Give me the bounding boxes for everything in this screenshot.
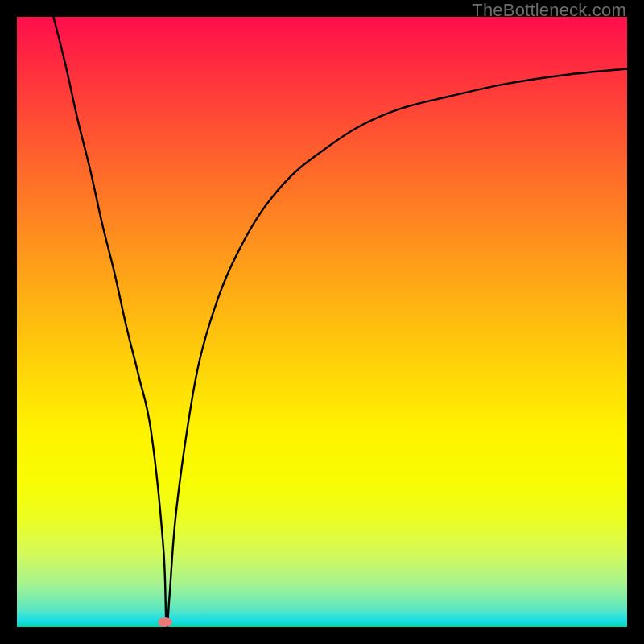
bottleneck-curve: [17, 17, 627, 627]
attribution-label: TheBottleneck.com: [472, 0, 626, 21]
chart-frame: [17, 17, 627, 627]
optimum-marker: [158, 617, 172, 627]
